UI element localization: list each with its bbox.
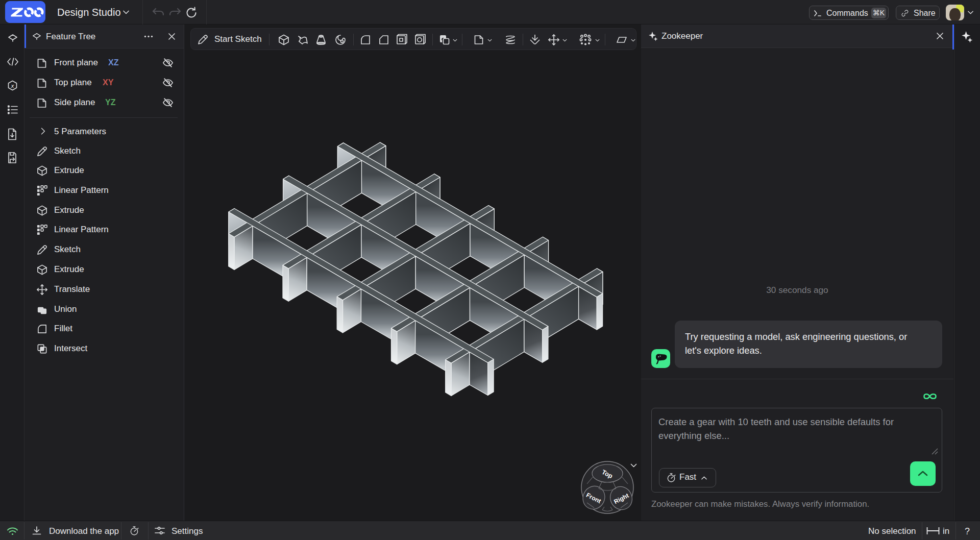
svg-text:x: x	[11, 83, 14, 89]
